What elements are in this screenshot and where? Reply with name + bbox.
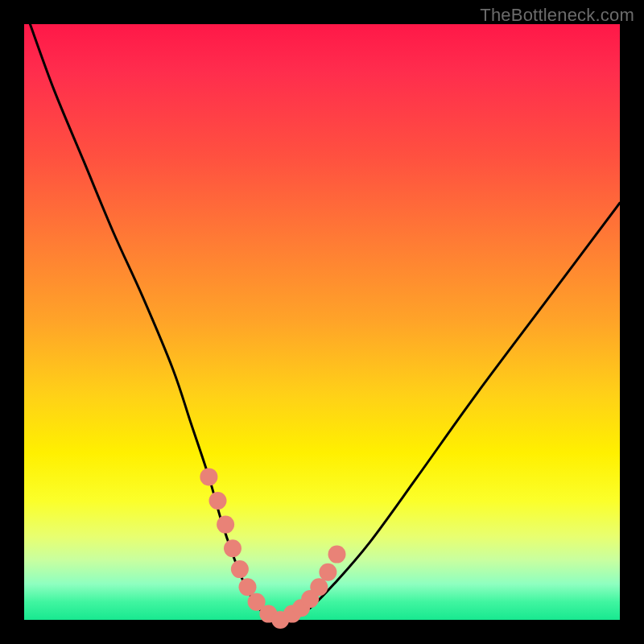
chart-svg (24, 24, 620, 620)
marker-dot (239, 578, 257, 596)
chart-frame: TheBottleneck.com (0, 0, 644, 644)
marker-dot (328, 546, 346, 564)
marker-dot (209, 492, 227, 510)
marker-dot (224, 539, 242, 557)
marker-dot (217, 516, 234, 534)
curve-line (30, 24, 620, 620)
marker-dot (319, 564, 336, 581)
marker-dot (310, 578, 328, 596)
watermark-text: TheBottleneck.com (480, 5, 634, 26)
marker-dot (200, 468, 217, 485)
marker-cluster (200, 468, 345, 629)
marker-dot (231, 560, 249, 578)
